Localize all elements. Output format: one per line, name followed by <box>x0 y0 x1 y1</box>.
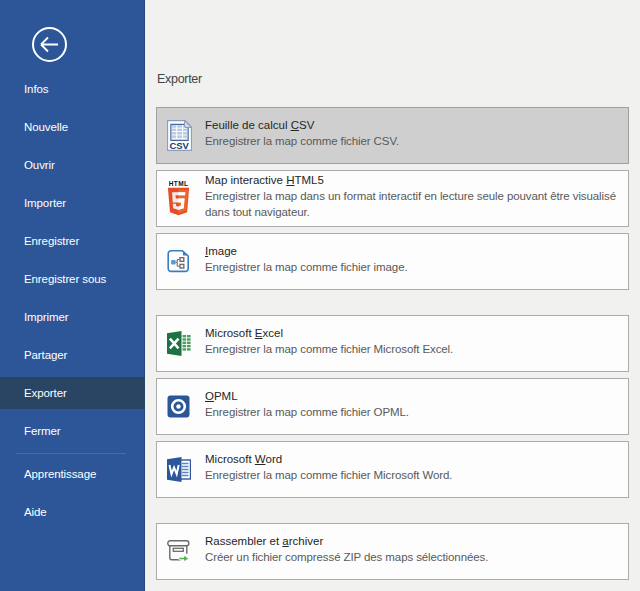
svg-text:CSV: CSV <box>169 140 189 151</box>
svg-text:HTML: HTML <box>169 180 189 187</box>
